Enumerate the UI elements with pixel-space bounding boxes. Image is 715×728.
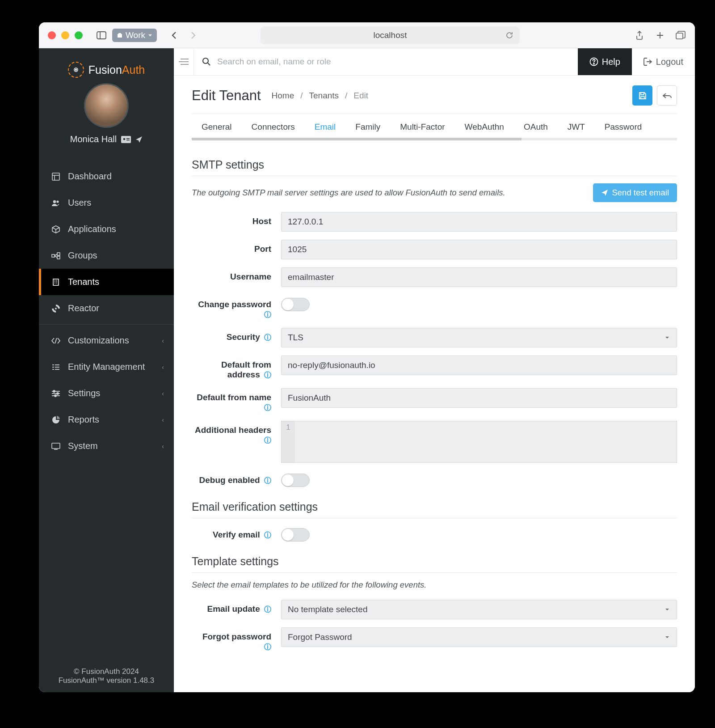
info-icon[interactable]: ⓘ bbox=[264, 643, 271, 651]
info-icon[interactable]: ⓘ bbox=[264, 531, 271, 539]
sidebar-item-entity[interactable]: Entity Management‹ bbox=[39, 354, 174, 380]
info-icon[interactable]: ⓘ bbox=[264, 404, 271, 411]
code-icon bbox=[51, 338, 61, 344]
sidebar: FusionAuth Monica Hall Dashboard Users A… bbox=[39, 48, 174, 692]
share-icon[interactable] bbox=[634, 30, 645, 41]
tab-connectors[interactable]: Connectors bbox=[242, 114, 305, 140]
sidebar-item-groups[interactable]: Groups bbox=[39, 242, 174, 269]
label-host: Host bbox=[192, 212, 281, 226]
traffic-lights bbox=[48, 31, 83, 39]
svg-rect-16 bbox=[52, 254, 55, 257]
host-input[interactable] bbox=[281, 212, 677, 232]
tabs-overview-icon[interactable] bbox=[675, 30, 686, 41]
svg-point-49 bbox=[593, 63, 594, 64]
info-icon[interactable]: ⓘ bbox=[264, 371, 271, 379]
tabs: General Connectors Email Family Multi-Fa… bbox=[192, 114, 677, 140]
titlebar-right bbox=[634, 30, 686, 41]
tabs-wrap: General Connectors Email Family Multi-Fa… bbox=[174, 114, 695, 140]
verify-email-toggle[interactable] bbox=[281, 528, 310, 542]
chevron-left-icon: ‹ bbox=[162, 337, 164, 344]
smtp-heading: SMTP settings bbox=[192, 158, 677, 176]
search-wrap bbox=[193, 48, 578, 75]
topbar: Help Logout bbox=[174, 48, 695, 76]
username-input[interactable] bbox=[281, 267, 677, 287]
user-row: Monica Hall bbox=[39, 134, 174, 155]
row-username: Username bbox=[192, 267, 677, 287]
info-icon[interactable]: ⓘ bbox=[264, 605, 271, 613]
label-debug: Debug enabled ⓘ bbox=[192, 471, 281, 486]
svg-rect-21 bbox=[53, 279, 59, 285]
back-action-button[interactable] bbox=[657, 85, 677, 106]
info-icon[interactable]: ⓘ bbox=[264, 334, 271, 341]
sidebar-toggle-icon[interactable] bbox=[96, 30, 107, 41]
change-password-toggle[interactable] bbox=[281, 298, 310, 311]
tab-email[interactable]: Email bbox=[305, 114, 346, 140]
vcard-icon[interactable] bbox=[121, 136, 131, 143]
svg-rect-50 bbox=[641, 93, 644, 95]
profile-badge[interactable]: Work bbox=[112, 29, 157, 42]
svg-rect-9 bbox=[126, 138, 130, 139]
tab-webauthn[interactable]: WebAuthn bbox=[455, 114, 514, 140]
svg-rect-4 bbox=[676, 33, 683, 39]
tab-family[interactable]: Family bbox=[345, 114, 390, 140]
svg-point-28 bbox=[55, 308, 57, 309]
search-icon bbox=[202, 57, 211, 66]
url-bar[interactable]: localhost bbox=[261, 26, 520, 44]
from-name-input[interactable] bbox=[281, 388, 677, 408]
url-text: localhost bbox=[373, 30, 407, 40]
sidebar-item-users[interactable]: Users bbox=[39, 190, 174, 216]
sidebar-item-reactor[interactable]: Reactor bbox=[39, 295, 174, 322]
svg-rect-10 bbox=[126, 140, 130, 140]
info-icon[interactable]: ⓘ bbox=[264, 477, 271, 484]
chevron-left-icon: ‹ bbox=[162, 390, 164, 397]
refresh-icon[interactable] bbox=[505, 31, 513, 39]
close-window-icon[interactable] bbox=[48, 31, 56, 39]
tab-password[interactable]: Password bbox=[595, 114, 652, 140]
minimize-window-icon[interactable] bbox=[61, 31, 69, 39]
logout-button[interactable]: Logout bbox=[632, 57, 695, 67]
search-input[interactable] bbox=[217, 57, 396, 67]
avatar[interactable] bbox=[84, 83, 129, 128]
tab-general[interactable]: General bbox=[192, 114, 242, 140]
crumb-home[interactable]: Home bbox=[272, 91, 294, 101]
help-button[interactable]: Help bbox=[578, 48, 632, 75]
forgot-password-select[interactable]: Forgot Password bbox=[281, 627, 677, 647]
verification-heading: Email verification settings bbox=[192, 500, 677, 518]
label-forgot-password: Forgot password ⓘ bbox=[192, 627, 281, 652]
email-update-select[interactable]: No template selected bbox=[281, 600, 677, 619]
sidebar-item-tenants[interactable]: Tenants bbox=[39, 269, 174, 295]
sidebar-item-dashboard[interactable]: Dashboard bbox=[39, 163, 174, 190]
location-icon[interactable] bbox=[135, 136, 143, 143]
save-button[interactable] bbox=[632, 85, 652, 106]
breadcrumb: Home/ Tenants/ Edit bbox=[272, 91, 369, 101]
version: FusionAuth™ version 1.48.3 bbox=[46, 676, 167, 685]
headers-textarea[interactable] bbox=[295, 421, 677, 462]
send-test-email-button[interactable]: Send test email bbox=[593, 183, 677, 202]
sidebar-item-customizations[interactable]: Customizations‹ bbox=[39, 327, 174, 354]
info-icon[interactable]: ⓘ bbox=[264, 436, 271, 444]
back-button[interactable] bbox=[167, 29, 182, 42]
sliders-icon bbox=[51, 390, 61, 397]
sidebar-item-system[interactable]: System‹ bbox=[39, 433, 174, 459]
sidebar-item-applications[interactable]: Applications bbox=[39, 216, 174, 242]
dashboard-icon bbox=[51, 173, 61, 181]
tab-multifactor[interactable]: Multi-Factor bbox=[390, 114, 454, 140]
label-port: Port bbox=[192, 240, 281, 254]
crumb-tenants[interactable]: Tenants bbox=[309, 91, 339, 101]
new-tab-icon[interactable] bbox=[655, 30, 665, 41]
debug-toggle[interactable] bbox=[281, 474, 310, 487]
tab-jwt[interactable]: JWT bbox=[558, 114, 595, 140]
sidebar-item-reports[interactable]: Reports‹ bbox=[39, 406, 174, 433]
svg-rect-2 bbox=[118, 34, 122, 38]
label-from-address: Default from address ⓘ bbox=[192, 356, 281, 380]
sidebar-item-settings[interactable]: Settings‹ bbox=[39, 380, 174, 406]
port-input[interactable] bbox=[281, 240, 677, 259]
maximize-window-icon[interactable] bbox=[75, 31, 83, 39]
page-header: Edit Tenant Home/ Tenants/ Edit bbox=[174, 76, 695, 114]
tab-oauth[interactable]: OAuth bbox=[514, 114, 558, 140]
security-select[interactable]: TLS bbox=[281, 328, 677, 347]
from-address-input[interactable] bbox=[281, 356, 677, 375]
info-icon[interactable]: ⓘ bbox=[264, 311, 271, 318]
collapse-sidebar-icon[interactable] bbox=[174, 58, 193, 65]
forward-button[interactable] bbox=[185, 29, 201, 42]
